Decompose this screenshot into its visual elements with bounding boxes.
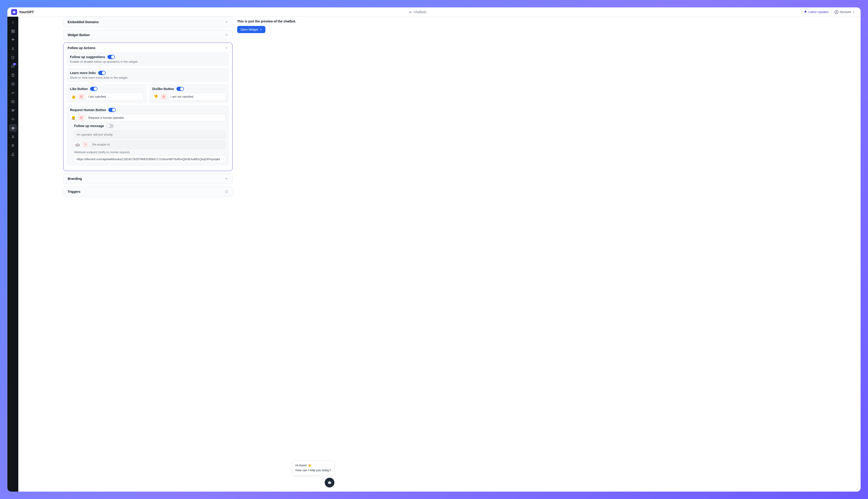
section-triggers[interactable]: Triggers — [63, 186, 233, 197]
request-human-block: Request Human Button 👷 Follow up mes — [67, 105, 229, 166]
bot-icon — [11, 47, 15, 51]
request-human-delete-button[interactable] — [78, 115, 84, 121]
branding-title: Branding — [68, 177, 82, 181]
chat-badge: 9+ — [13, 63, 16, 65]
like-text-input[interactable] — [86, 93, 144, 100]
dislike-emoji-button[interactable]: 👎 — [152, 93, 159, 100]
like-button-block: Like Button 👍 — [67, 84, 147, 103]
svg-point-2 — [14, 12, 15, 12]
like-delete-button[interactable] — [78, 94, 84, 100]
section-widget-button[interactable]: Widget Button — [63, 29, 233, 40]
svg-rect-10 — [13, 30, 14, 31]
trash-icon — [84, 143, 87, 146]
sidebar-book[interactable] — [9, 54, 17, 62]
svg-rect-9 — [12, 30, 13, 31]
follow-up-message-title: Follow up message — [74, 124, 104, 128]
sidebar-user[interactable] — [9, 133, 17, 141]
svg-line-32 — [260, 29, 261, 30]
request-human-emoji-button[interactable]: 👷 — [70, 114, 77, 121]
dislike-button-title: Dislike Button — [152, 87, 174, 91]
chat-fab-button[interactable] — [325, 478, 334, 487]
header-left: YourGPT — [11, 9, 34, 15]
follow-up-message-input[interactable] — [74, 131, 226, 138]
request-human-title: Request Human Button — [70, 108, 106, 112]
puzzle-icon — [11, 82, 15, 86]
svg-point-25 — [12, 119, 13, 120]
follow-up-suggestions-block: Follow up suggestions Enable or disable … — [67, 52, 229, 66]
trash-icon — [162, 95, 165, 98]
svg-point-34 — [329, 483, 329, 483]
svg-point-14 — [12, 48, 13, 49]
sidebar-export[interactable] — [9, 98, 17, 106]
svg-point-8 — [836, 11, 837, 12]
like-emoji-button[interactable]: 👍 — [70, 93, 77, 100]
grid-icon — [11, 29, 15, 33]
open-widget-button[interactable]: Open Widget — [237, 26, 265, 33]
chat-greeting-bubble: Hi there! 👋 How can I help you today? — [292, 461, 334, 475]
sidebar-expand[interactable] — [9, 19, 17, 26]
reply-icon — [11, 91, 15, 95]
dislike-button-toggle[interactable] — [177, 87, 184, 91]
section-branding[interactable]: Branding — [63, 173, 233, 184]
chat-preview: Hi there! 👋 How can I help you today? — [292, 461, 334, 487]
sidebar-flask[interactable] — [9, 150, 17, 158]
contact-icon — [11, 73, 15, 77]
latest-updates-label: Latest Updates — [808, 10, 829, 14]
settings-column: Embedded Domains Widget Button Follow up… — [18, 17, 233, 491]
svg-rect-3 — [14, 11, 14, 11]
learn-more-links-toggle[interactable] — [98, 71, 106, 75]
account-button[interactable]: Account — [833, 9, 857, 15]
learn-more-links-block: Learn more links Show or hide learn more… — [67, 68, 229, 82]
body: 9+ Embedded Domains — [8, 17, 860, 491]
widget-icon — [11, 126, 15, 130]
trash-icon — [80, 117, 83, 119]
follow-up-message-toggle[interactable] — [106, 124, 114, 128]
sidebar-widget[interactable] — [9, 124, 17, 132]
svg-rect-11 — [12, 32, 13, 33]
sidebar-dashboard[interactable] — [9, 27, 17, 35]
svg-rect-33 — [328, 482, 331, 484]
triggers-title: Triggers — [68, 190, 80, 194]
reenable-delete-button[interactable] — [82, 142, 88, 148]
svg-point-6 — [411, 12, 411, 12]
svg-point-31 — [13, 145, 14, 146]
chat-line-2: How can I help you today? — [296, 468, 331, 473]
dislike-delete-button[interactable] — [161, 94, 167, 100]
widget-button-title: Widget Button — [68, 33, 90, 37]
open-widget-label: Open Widget — [240, 28, 258, 31]
sidebar-contact[interactable] — [9, 71, 17, 79]
brand-name: YourGPT — [19, 10, 34, 14]
reenable-text-input[interactable] — [90, 141, 226, 148]
sidebar-puzzle[interactable] — [9, 80, 17, 88]
follow-up-actions-header[interactable]: Follow up Actions — [63, 43, 232, 52]
webhook-input[interactable] — [74, 155, 226, 163]
main: Embedded Domains Widget Button Follow up… — [18, 17, 860, 491]
embedded-domains-title: Embedded Domains — [68, 20, 99, 24]
user-icon — [11, 135, 15, 139]
svg-point-16 — [12, 74, 13, 75]
sidebar-signal[interactable] — [9, 36, 17, 44]
latest-updates-button[interactable]: Latest Updates — [801, 9, 831, 15]
reenable-emoji-button[interactable]: 🤖 — [74, 141, 81, 148]
dislike-text-input[interactable] — [168, 93, 226, 100]
header: YourGPT Chatbots Latest Updates Account — [8, 8, 860, 17]
request-human-toggle[interactable] — [108, 108, 116, 112]
sidebar-users[interactable] — [9, 142, 17, 149]
follow-up-suggestions-toggle[interactable] — [107, 55, 115, 59]
header-tabs[interactable]: Chatbots — [408, 10, 427, 14]
sidebar-bot[interactable] — [9, 45, 17, 53]
svg-point-1 — [13, 12, 14, 12]
robot-icon — [408, 10, 412, 14]
signal-icon — [11, 38, 15, 42]
like-button-toggle[interactable] — [90, 87, 97, 91]
request-human-text-input[interactable] — [86, 114, 226, 122]
sidebar-settings[interactable] — [9, 115, 17, 123]
section-embedded-domains[interactable]: Embedded Domains — [63, 17, 233, 27]
sliders-icon — [11, 109, 15, 112]
users-icon — [11, 144, 15, 147]
follow-up-actions-title: Follow up Actions — [68, 46, 95, 50]
sidebar-tune[interactable] — [9, 107, 17, 114]
sidebar-chat[interactable]: 9+ — [9, 62, 17, 70]
follow-up-suggestions-title: Follow up suggestions — [70, 55, 105, 59]
sidebar-reply[interactable] — [9, 89, 17, 97]
